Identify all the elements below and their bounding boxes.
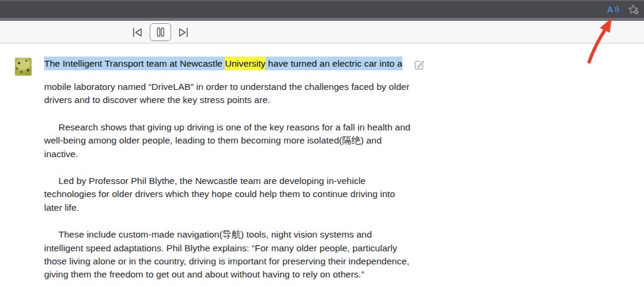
text-line: those living alone or in the country, dr… <box>44 255 410 268</box>
previous-paragraph-button[interactable] <box>132 27 143 38</box>
read-aloud-toolbar <box>0 21 644 43</box>
browser-top-bar: A <box>0 0 644 21</box>
text-line: later life. <box>44 201 410 214</box>
player-controls <box>132 21 189 43</box>
sentence-selection: have turned an electric car into a <box>265 57 402 70</box>
next-paragraph-button[interactable] <box>178 27 189 38</box>
text-line: Research shows that giving up driving is… <box>44 121 410 134</box>
top-bar-icon-group: A <box>607 0 639 18</box>
text-line: These include custom-made navigation(导航)… <box>44 228 410 241</box>
add-favorite-button[interactable] <box>628 4 639 15</box>
star-plus-icon <box>628 4 639 15</box>
pause-icon <box>156 27 165 37</box>
read-aloud-icon: A <box>607 4 620 14</box>
immersive-reader-window: A <box>0 0 644 287</box>
text-line: well-being among older people, leading t… <box>44 134 410 147</box>
text-line: intelligent speed adaptations. Phil Blyt… <box>44 242 410 255</box>
paragraph: Led by Professor Phil Blythe, the Newcas… <box>44 174 410 214</box>
text-line: drivers and to discover where the key st… <box>44 93 410 107</box>
svg-text:A: A <box>607 5 613 14</box>
read-aloud-button[interactable]: A <box>607 4 620 14</box>
article-content: The Intelligent Transport team at Newcas… <box>0 44 644 287</box>
edit-pencil-icon <box>414 59 425 70</box>
text-line: giving them the freedom to get out and a… <box>44 268 410 281</box>
edit-button[interactable] <box>414 59 425 70</box>
paragraph: Research shows that giving up driving is… <box>44 121 410 161</box>
text-line: technologies for older drivers which the… <box>44 188 410 201</box>
article-thumbnail <box>15 58 32 76</box>
text-line: inactive. <box>44 148 410 161</box>
next-icon <box>178 27 189 38</box>
paragraph: These include custom-made navigation(导航)… <box>44 228 410 282</box>
spoken-word-highlight: University <box>225 57 265 70</box>
sentence-selection: The Intelligent Transport team at Newcas… <box>44 57 225 70</box>
text-line: mobile laboratory named “DriveLAB” in or… <box>44 80 410 93</box>
previous-icon <box>132 27 143 38</box>
paragraphs: mobile laboratory named “DriveLAB” in or… <box>44 80 410 287</box>
pause-button[interactable] <box>150 23 171 41</box>
text-line: Led by Professor Phil Blythe, the Newcas… <box>44 174 410 188</box>
first-line: The Intelligent Transport team at Newcas… <box>44 57 402 70</box>
paragraph: mobile laboratory named “DriveLAB” in or… <box>44 80 410 107</box>
